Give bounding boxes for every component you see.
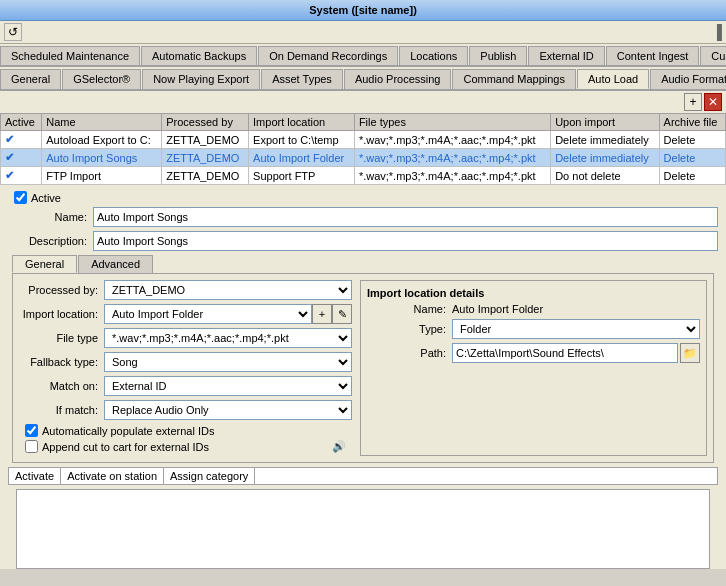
if-match-row: If match: Replace Audio Only [19,400,352,420]
append-cut-checkbox[interactable] [25,440,38,453]
detail-name-row: Name: Auto Import Folder [367,303,700,315]
row-import-location: Support FTP [249,167,355,185]
add-button[interactable]: + [684,93,702,111]
tab-auto-load[interactable]: Auto Load [577,69,649,89]
row-file-types: *.wav;*.mp3;*.m4A;*.aac;*.mp4;*.pkt [354,167,550,185]
table-row[interactable]: ✔ Auto Import Songs ZETTA_DEMO Auto Impo… [1,149,726,167]
processed-by-row: Processed by: ZETTA_DEMO [19,280,352,300]
subtab-general[interactable]: General [12,255,77,273]
tab-audio-format[interactable]: Audio Format [650,69,726,89]
fallback-type-select[interactable]: Song [104,352,352,372]
auto-populate-checkbox[interactable] [25,424,38,437]
tab-locations[interactable]: Locations [399,46,468,65]
tab-publish[interactable]: Publish [469,46,527,65]
edit-location-button[interactable]: ✎ [332,304,352,324]
append-cut-label: Append cut to cart for external IDs [42,441,209,453]
row-name: FTP Import [42,167,162,185]
subtabs-section: General Advanced Processed by: ZETTA_DEM… [0,255,726,463]
col-file-types: File types [354,114,550,131]
activate-on-station: Activate on station [61,468,164,484]
description-row: Description: [8,231,718,251]
row-active: ✔ [1,167,42,185]
file-type-select[interactable]: *.wav;*.mp3;*.m4A;*.aac;*.mp4;*.pkt [104,328,352,348]
refresh-button[interactable]: ↺ [4,23,22,41]
fallback-type-row: Fallback type: Song [19,352,352,372]
tab-command-mappings[interactable]: Command Mappings [452,69,576,89]
match-on-select[interactable]: External ID [104,376,352,396]
row-file-types: *.wav;*.mp3;*.m4A;*.aac;*.mp4;*.pkt [354,149,550,167]
name-input[interactable] [93,207,718,227]
tab-automatic-backups[interactable]: Automatic Backups [141,46,257,65]
if-match-select[interactable]: Replace Audio Only [104,400,352,420]
active-checkbox-row: Active [8,191,718,204]
row-archive-file: Delete [659,131,725,149]
tab-custom-fields[interactable]: Custom Fields [700,46,726,65]
col-active: Active [1,114,42,131]
detail-path-input[interactable] [452,343,678,363]
active-checkbox[interactable] [14,191,27,204]
import-location-select[interactable]: Auto Import Folder [104,304,312,324]
tab-audio-processing[interactable]: Audio Processing [344,69,452,89]
subtab-advanced[interactable]: Advanced [78,255,153,273]
subtabs: General Advanced [12,255,720,273]
col-archive-file: Archive file [659,114,725,131]
import-location-details-title: Import location details [367,287,700,299]
browse-button[interactable]: 📁 [680,343,700,363]
col-import-location: Import location [249,114,355,131]
form-section: Active Name: Description: [0,185,726,251]
row-processed-by: ZETTA_DEMO [162,167,249,185]
file-type-row: File type *.wav;*.mp3;*.m4A;*.aac;*.mp4;… [19,328,352,348]
description-input[interactable] [93,231,718,251]
row-active: ✔ [1,149,42,167]
import-table: Active Name Processed by Import location… [0,113,726,185]
match-on-label: Match on: [19,380,104,392]
tab-now-playing-export[interactable]: Now Playing Export [142,69,260,89]
detail-path-label: Path: [367,347,452,359]
add-location-button[interactable]: + [312,304,332,324]
row-active: ✔ [1,131,42,149]
tabs-row-1: Scheduled Maintenance Automatic Backups … [0,44,726,67]
processed-by-select[interactable]: ZETTA_DEMO [104,280,352,300]
description-label: Description: [8,235,93,247]
detail-name-value: Auto Import Folder [452,303,543,315]
active-label: Active [31,192,61,204]
table-row[interactable]: ✔ FTP Import ZETTA_DEMO Support FTP *.wa… [1,167,726,185]
left-column: Processed by: ZETTA_DEMO Import location… [19,280,352,456]
col-upon-import: Upon import [551,114,659,131]
row-upon-import: Delete immediately [551,149,659,167]
table-row[interactable]: ✔ Autoload Export to C: ZETTA_DEMO Expor… [1,131,726,149]
toolbar: ↺ ▐ [0,21,726,44]
right-column: Import location details Name: Auto Impor… [360,280,707,456]
auto-populate-label: Automatically populate external IDs [42,425,214,437]
assign-category: Assign category [164,468,255,484]
main-content: + ✕ Active Name Processed by Import loca… [0,91,726,569]
corner-icon: ▐ [712,24,722,40]
tab-asset-types[interactable]: Asset Types [261,69,343,89]
row-name: Autoload Export to C: [42,131,162,149]
import-location-row: Import location: Auto Import Folder + ✎ [19,304,352,324]
detail-type-label: Type: [367,323,452,335]
volume-icon: 🔊 [332,440,352,453]
tab-on-demand-recordings[interactable]: On Demand Recordings [258,46,398,65]
tabs-row-2: General GSelector® Now Playing Export As… [0,67,726,91]
row-import-location: Export to C:\temp [249,131,355,149]
tab-gselector[interactable]: GSelector® [62,69,141,89]
tab-content-ingest[interactable]: Content Ingest [606,46,700,65]
row-archive-file: Delete [659,167,725,185]
row-processed-by: ZETTA_DEMO [162,149,249,167]
row-upon-import: Do not delete [551,167,659,185]
tab-scheduled-maintenance[interactable]: Scheduled Maintenance [0,46,140,65]
detail-path-row: Path: 📁 [367,343,700,363]
if-match-label: If match: [19,404,104,416]
detail-type-select[interactable]: Folder [452,319,700,339]
auto-populate-row: Automatically populate external IDs [19,424,352,437]
delete-button[interactable]: ✕ [704,93,722,111]
inner-area [16,489,710,569]
row-upon-import: Delete immediately [551,131,659,149]
row-name: Auto Import Songs [42,149,162,167]
tab-external-id[interactable]: External ID [528,46,604,65]
tab-general[interactable]: General [0,69,61,89]
detail-name-label: Name: [367,303,452,315]
subtab-content: Processed by: ZETTA_DEMO Import location… [12,273,714,463]
append-cut-row: Append cut to cart for external IDs 🔊 [19,440,352,453]
